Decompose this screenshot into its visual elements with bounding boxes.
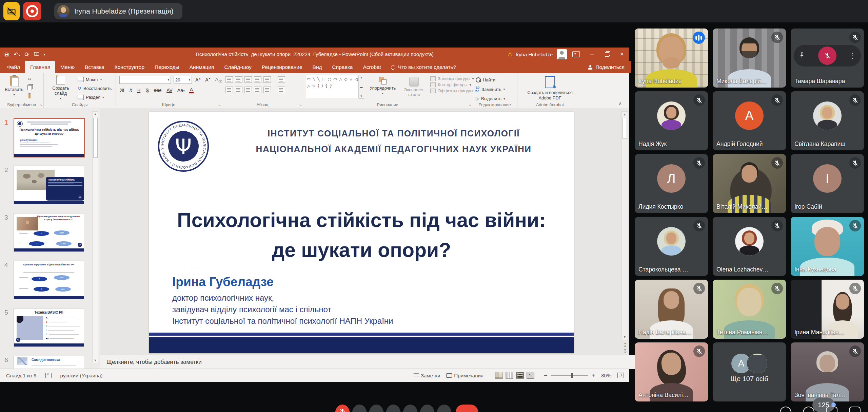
activities-icon[interactable] <box>849 407 861 412</box>
justify-button[interactable] <box>254 87 261 93</box>
font-name-combo[interactable]: ▾ <box>119 76 171 84</box>
cut-button[interactable]: ✂ <box>25 76 34 82</box>
thumbnail-scrollbar[interactable]: ▲ ▼ <box>92 111 98 363</box>
restore-button[interactable] <box>599 48 614 61</box>
copy-button[interactable] <box>25 85 34 91</box>
participant-tile[interactable]: Надія Жук <box>635 91 708 150</box>
zoom-in-button[interactable]: + <box>591 372 595 379</box>
more-options-button[interactable] <box>437 405 452 412</box>
presentation-pill[interactable]: Iryna Hubeladze (Презентація) <box>54 3 182 19</box>
tab-файл[interactable]: Файл <box>2 61 25 73</box>
comments-toggle[interactable]: Примечания <box>446 373 484 378</box>
slide-thumbnail-4[interactable]: Кризове втручання згідно моделі BASIC Ph… <box>14 261 84 299</box>
chat-icon[interactable] <box>826 407 837 412</box>
camera-button[interactable] <box>352 405 367 412</box>
slideshow-icon[interactable] <box>34 52 39 57</box>
participant-tile[interactable]: Світлана Карапиш <box>791 91 864 150</box>
current-slide[interactable]: ІНСТИТУТ СОЦІАЛЬНОЇ ТА ПОЛІТИЧНОЇ ПСИХОЛ… <box>149 112 574 353</box>
participant-tile[interactable]: АЩе 107 осіб <box>713 342 786 401</box>
notes-toggle[interactable]: Заметки <box>414 373 440 378</box>
participant-tile[interactable]: ЛЛидия Костырко <box>635 154 708 213</box>
end-call-button[interactable] <box>456 405 478 412</box>
fit-slide-button[interactable] <box>617 373 624 378</box>
reading-view-button[interactable] <box>516 372 524 379</box>
layout-button[interactable]: Макет▾ <box>78 76 112 83</box>
participant-tile[interactable]: Тетяна Романівн… <box>713 280 786 339</box>
tab-acrobat[interactable]: Acrobat <box>358 61 386 73</box>
drawing-dialog-launcher[interactable]: ↘ <box>468 104 471 107</box>
redo-icon[interactable]: ⟳ <box>24 52 29 57</box>
ribbon-display-options-icon[interactable] <box>572 51 580 57</box>
slideshow-view-button[interactable] <box>527 372 534 379</box>
scroll-down-icon[interactable]: ▼ <box>93 359 98 362</box>
participant-tile[interactable]: ІІгор Сабій <box>791 154 864 213</box>
line-spacing-button[interactable] <box>263 76 271 83</box>
next-slide-button[interactable]: ▼▼ <box>622 349 628 354</box>
editor-scrollbar[interactable]: ▲ ▼ <box>622 111 628 340</box>
text-shadow-button[interactable]: S <box>145 88 149 93</box>
participant-tile[interactable]: ААндрій Голодний <box>713 91 786 150</box>
keyboard-off-indicator[interactable] <box>3 2 20 20</box>
new-slide-button[interactable]: Создать слайд▾ <box>47 75 74 101</box>
tab-главная[interactable]: Главная <box>25 61 55 73</box>
tab-меню[interactable]: Меню <box>55 61 80 73</box>
qat-customize-icon[interactable]: ▾ <box>44 53 45 56</box>
participant-tile[interactable]: Ірина Маноліївн… <box>791 280 864 339</box>
participant-tile[interactable]: Антоніна Василі… <box>635 342 708 401</box>
account-avatar[interactable] <box>557 49 567 59</box>
raise-hand-button[interactable] <box>420 405 435 412</box>
collapse-ribbon-icon[interactable]: ∧ <box>618 101 622 106</box>
grow-font-button[interactable]: А▲ <box>195 77 202 82</box>
share-button[interactable]: Поделиться <box>588 61 625 73</box>
slide-thumbnail-1[interactable]: Психологічна стійкість під час війни:де … <box>14 118 85 157</box>
bullets-button[interactable] <box>225 76 233 83</box>
present-button[interactable] <box>403 405 418 412</box>
captions-button[interactable] <box>369 405 384 412</box>
reset-button[interactable]: ↺Восстановить <box>78 85 112 92</box>
slide-thumbnail-5[interactable]: Техніка BASIC PhBASICPhΨ <box>14 308 84 347</box>
tab-рецензирование[interactable]: Рецензирование <box>257 61 308 73</box>
tell-me-box[interactable]: Что вы хотите сделать? <box>386 61 461 73</box>
arrange-button[interactable]: Упорядочить▾ <box>368 75 398 96</box>
participant-tile[interactable]: Надія Валеріївна… <box>635 280 708 339</box>
tab-конструктор[interactable]: Конструктор <box>110 61 150 73</box>
tab-анимация[interactable]: Анимация <box>184 61 219 73</box>
select-button[interactable]: ▷Выделить▾ <box>476 95 520 102</box>
participant-tile[interactable]: Інна Кузнецова <box>791 217 864 276</box>
slide-thumbnail-2[interactable]: Психологічна стійкістьΨ <box>14 166 84 204</box>
quick-styles-button[interactable]: Экспресс-стили <box>401 75 427 98</box>
smartart-convert-button[interactable] <box>278 87 285 93</box>
italic-button[interactable]: К <box>129 88 133 93</box>
shape-fill-button[interactable]: Заливка фигуры▾ <box>430 76 477 81</box>
reactions-button[interactable] <box>386 405 401 412</box>
shapes-gallery[interactable]: ▭╲╲□○▭△◇▽◁▷☆(){} <box>306 75 359 98</box>
participant-tile[interactable]: Віталій Миколай… <box>713 154 786 213</box>
decrease-indent-button[interactable] <box>244 76 252 83</box>
replace-button[interactable]: abасЗаменить▾ <box>476 86 520 93</box>
create-pdf-button[interactable]: Создать и поделиться Adobe PDF <box>523 90 577 101</box>
format-painter-button[interactable] <box>25 93 34 99</box>
align-left-button[interactable] <box>225 87 233 93</box>
participant-tile[interactable]: Микола Валерій… <box>713 29 786 88</box>
spellcheck-icon[interactable] <box>45 373 52 378</box>
save-icon[interactable] <box>4 52 9 57</box>
recording-indicator[interactable] <box>23 2 41 20</box>
clipboard-dialog-launcher[interactable]: ↘ <box>40 104 42 107</box>
increase-indent-button[interactable] <box>254 76 261 83</box>
scroll-down-icon[interactable]: ▼ <box>622 335 628 339</box>
slide-sorter-view-button[interactable] <box>506 372 513 379</box>
tab-переходы[interactable]: Переходы <box>150 61 184 73</box>
underline-button[interactable]: Ч <box>137 88 141 93</box>
participant-tile[interactable]: Тамара Шаравара⋮ <box>791 29 864 88</box>
section-button[interactable]: Раздел▾ <box>78 94 112 101</box>
undo-icon[interactable]: ↶▾ <box>14 52 20 57</box>
font-dialog-launcher[interactable]: ↘ <box>218 104 221 107</box>
participant-tile[interactable]: Olena Lozhachev… <box>713 217 786 276</box>
minimize-button[interactable]: ─ <box>585 48 599 61</box>
language-indicator[interactable]: русский (Украина) <box>60 373 103 378</box>
zoom-level[interactable]: 80% <box>601 373 611 378</box>
paste-button[interactable]: Вставить▾ <box>3 75 25 101</box>
find-button[interactable]: Найти <box>476 76 520 83</box>
close-button[interactable]: × <box>614 48 629 61</box>
participant-tile[interactable]: Зоя Іванівна Гал… <box>791 342 864 401</box>
